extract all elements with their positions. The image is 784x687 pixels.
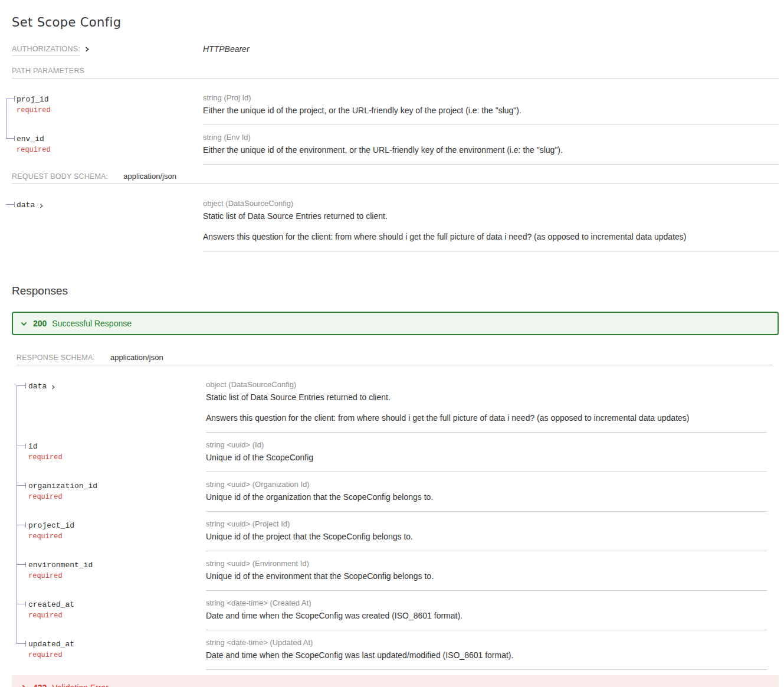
field-name[interactable]: data	[17, 200, 44, 211]
field-name: proj_id	[17, 94, 49, 105]
field-description-cell: object (DataSourceConfig)Static list of …	[203, 191, 779, 251]
field-type: string <date-time> (Created At)	[206, 598, 767, 608]
field-row: project_idrequiredstring <uuid> (Project…	[17, 512, 767, 551]
response-200-code: 200	[33, 319, 47, 328]
field-description-cell: object (DataSourceConfig)Static list of …	[206, 372, 767, 433]
section-divider	[17, 365, 773, 365]
required-badge: required	[28, 611, 200, 620]
field-name-cell: updated_atrequired	[17, 630, 206, 670]
field-name: updated_at	[28, 639, 74, 650]
section-divider	[12, 78, 779, 78]
authorizations-label[interactable]: AUTHORIZATIONS:	[12, 45, 80, 56]
response-422-label: Validation Error	[52, 683, 108, 687]
field-description-cell: string (Env Id)Either the unique id of t…	[203, 125, 779, 165]
field-description: Unique id of the environment that the Sc…	[206, 571, 767, 582]
field-name-cell: data	[17, 372, 206, 433]
api-operation-page: Set Scope Config AUTHORIZATIONS: HTTPBea…	[0, 0, 784, 687]
required-badge: required	[28, 651, 200, 660]
request-content-type: application/json	[123, 172, 176, 181]
response-422-code: 422	[33, 683, 47, 687]
field-name-cell: idrequired	[17, 433, 206, 472]
response-200-toggle[interactable]: 200 Successful Response	[12, 312, 779, 335]
chevron-down-icon	[20, 320, 28, 328]
field-description: Either the unique id of the environment,…	[203, 145, 779, 156]
field-name-cell: project_idrequired	[17, 512, 206, 551]
request-body-table: dataobject (DataSourceConfig)Static list…	[6, 191, 779, 251]
field-description: Static list of Data Source Entries retur…	[206, 392, 767, 403]
field-name: environment_id	[28, 560, 93, 571]
field-name: organization_id	[28, 481, 97, 492]
field-type: string <uuid> (Project Id)	[206, 519, 767, 529]
field-type: string (Env Id)	[203, 133, 779, 142]
required-badge: required	[17, 106, 197, 115]
field-name[interactable]: data	[28, 381, 56, 392]
field-row: proj_idrequiredstring (Proj Id)Either th…	[6, 86, 779, 125]
field-description: Unique id of the organization that the S…	[206, 492, 767, 503]
chevron-right-icon[interactable]	[84, 46, 90, 53]
field-description-cell: string <date-time> (Updated At)Date and …	[206, 630, 767, 670]
field-description: Unique id of the ScopeConfig	[206, 452, 767, 463]
field-row: idrequiredstring <uuid> (Id)Unique id of…	[17, 433, 767, 472]
required-badge: required	[17, 146, 197, 155]
field-description-cell: string <uuid> (Id)Unique id of the Scope…	[206, 433, 767, 472]
field-description-cell: string <date-time> (Created At)Date and …	[206, 591, 767, 630]
field-description: Date and time when the ScopeConfig was c…	[206, 610, 767, 621]
request-body-schema-label: REQUEST BODY SCHEMA:	[12, 172, 108, 181]
field-type: string (Proj Id)	[203, 93, 779, 103]
field-name-cell: environment_idrequired	[17, 551, 206, 591]
field-name-cell: created_atrequired	[17, 591, 206, 630]
field-description: Either the unique id of the project, or …	[203, 105, 779, 116]
field-name-cell: proj_idrequired	[6, 86, 203, 125]
auth-scheme-value: HTTPBearer	[203, 44, 250, 54]
required-badge: required	[28, 532, 200, 541]
field-type: string <date-time> (Updated At)	[206, 638, 767, 647]
field-row: environment_idrequiredstring <uuid> (Env…	[17, 551, 767, 591]
chevron-right-icon	[50, 384, 56, 390]
path-parameters-label: PATH PARAMETERS	[12, 67, 779, 75]
response-200-panel: RESPONSE SCHEMA: application/json dataob…	[17, 353, 773, 670]
response-schema-row: RESPONSE SCHEMA: application/json	[17, 353, 773, 362]
chevron-right-icon	[20, 684, 28, 687]
section-divider	[12, 184, 779, 184]
field-name: env_id	[17, 134, 44, 145]
field-type: string <uuid> (Organization Id)	[206, 480, 767, 489]
field-name-cell: organization_idrequired	[17, 472, 206, 512]
field-description: Date and time when the ScopeConfig was l…	[206, 650, 767, 661]
field-description: Unique id of the project that the ScopeC…	[206, 531, 767, 542]
field-row: dataobject (DataSourceConfig)Static list…	[6, 191, 779, 251]
required-badge: required	[28, 493, 200, 502]
field-type: string <uuid> (Id)	[206, 440, 767, 450]
response-422-toggle[interactable]: 422 Validation Error	[12, 675, 779, 687]
field-type: object (DataSourceConfig)	[206, 380, 767, 390]
field-description-cell: string <uuid> (Environment Id)Unique id …	[206, 551, 767, 591]
response-200-label: Successful Response	[52, 319, 132, 328]
authorizations-row: AUTHORIZATIONS: HTTPBearer	[12, 44, 779, 56]
page-title: Set Scope Config	[12, 15, 779, 30]
field-description-cell: string <uuid> (Organization Id)Unique id…	[206, 472, 767, 512]
response-schema-table: dataobject (DataSourceConfig)Static list…	[17, 372, 767, 670]
required-badge: required	[28, 453, 200, 462]
field-description: Static list of Data Source Entries retur…	[203, 211, 779, 222]
response-schema-label: RESPONSE SCHEMA:	[17, 354, 95, 362]
field-name: id	[28, 441, 38, 452]
responses-heading: Responses	[12, 284, 779, 297]
field-description: Answers this question for the client: fr…	[206, 413, 767, 424]
field-row: organization_idrequiredstring <uuid> (Or…	[17, 472, 767, 512]
field-row: created_atrequiredstring <date-time> (Cr…	[17, 591, 767, 630]
field-description: Answers this question for the client: fr…	[203, 231, 779, 243]
field-row: dataobject (DataSourceConfig)Static list…	[17, 372, 767, 433]
field-row: updated_atrequiredstring <date-time> (Up…	[17, 630, 767, 670]
field-type: string <uuid> (Environment Id)	[206, 559, 767, 568]
path-parameters-table: proj_idrequiredstring (Proj Id)Either th…	[6, 86, 779, 165]
field-name-cell: data	[6, 191, 203, 251]
field-type: object (DataSourceConfig)	[203, 199, 779, 208]
field-description-cell: string <uuid> (Project Id)Unique id of t…	[206, 512, 767, 551]
field-name: created_at	[28, 600, 74, 610]
response-content-type: application/json	[110, 353, 163, 362]
field-name-cell: env_idrequired	[6, 125, 203, 165]
field-row: env_idrequiredstring (Env Id)Either the …	[6, 125, 779, 165]
field-description-cell: string (Proj Id)Either the unique id of …	[203, 86, 779, 125]
request-body-schema-row: REQUEST BODY SCHEMA: application/json	[12, 172, 779, 181]
required-badge: required	[28, 572, 200, 581]
field-name: project_id	[28, 521, 74, 531]
